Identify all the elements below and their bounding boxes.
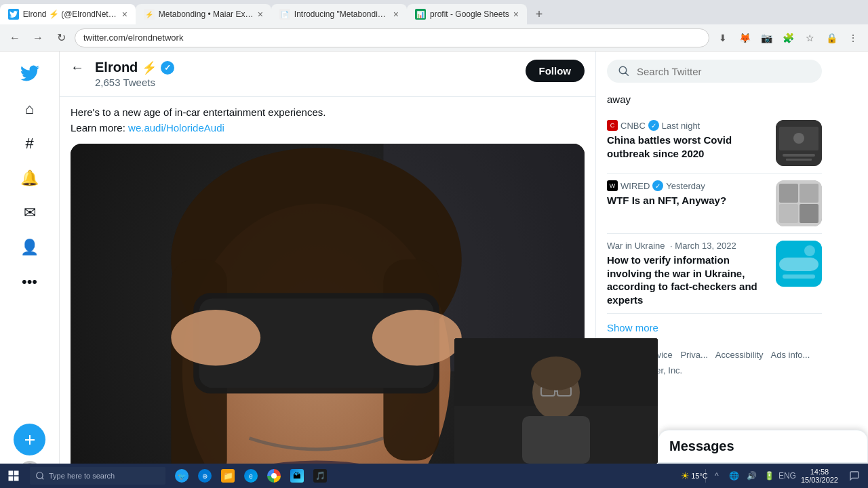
browser-frame: Elrond ⚡ (@ElrondNetwork) / T... × ⚡ Met…	[0, 0, 868, 52]
ads-link[interactable]: Ads info...	[771, 350, 810, 360]
download-icon[interactable]: ⬇	[713, 28, 732, 47]
tab-sheets-close[interactable]: ×	[513, 9, 519, 20]
tab-sheets[interactable]: 📊 profit - Google Sheets ×	[407, 4, 527, 24]
twitter-tab-icon	[8, 9, 19, 20]
sidebar-item-notifications[interactable]: 🔔	[14, 162, 45, 194]
svg-rect-25	[783, 274, 815, 279]
sidebar-item-messages[interactable]: ✉	[14, 197, 45, 228]
svg-rect-36	[9, 471, 14, 476]
taskbar-icon-cortana[interactable]: ⊕	[194, 464, 216, 488]
browser-tabs: Elrond ⚡ (@ElrondNetwork) / T... × ⚡ Met…	[0, 0, 868, 24]
tab-metabonding[interactable]: ⚡ Metabonding • Maiar Exchange ×	[136, 4, 271, 24]
refresh-button[interactable]: ↻	[52, 28, 71, 47]
sheets-tab-icon: 📊	[415, 9, 426, 20]
compose-tweet-button[interactable]	[14, 424, 45, 455]
privacy-link[interactable]: Priva...	[680, 350, 707, 360]
taskbar-battery-icon: 🔋	[762, 464, 778, 488]
taskbar-clock[interactable]: 14:58 15/03/2022	[797, 464, 842, 488]
camera-icon[interactable]: 📷	[757, 28, 776, 47]
wired-verified: ✓	[652, 180, 663, 191]
news-item-cnbc[interactable]: C CNBC ✓ Last night China battles worst …	[607, 113, 822, 174]
tab-metabonding-close[interactable]: ×	[258, 9, 263, 20]
svg-point-24	[804, 245, 815, 256]
address-bar[interactable]: twitter.com/elrondnetwork	[75, 28, 709, 47]
search-bar[interactable]	[607, 60, 822, 83]
video-content	[454, 338, 658, 464]
sidebar-item-home[interactable]: ⌂	[14, 93, 45, 125]
extensions-icon[interactable]: 🧩	[778, 28, 797, 47]
cnbc-logo: C	[607, 120, 618, 131]
news-source-cnbc: C CNBC ✓ Last night	[607, 120, 768, 131]
tweet-text-main: Here's to a new age of in-car entertainm…	[71, 106, 326, 118]
news-item-wired[interactable]: W WIRED ✓ Yesterday WTF Is an NFT, Anywa…	[607, 174, 822, 234]
taskbar-search-text: Type here to search	[49, 472, 115, 480]
tab-metabonding-label: Metabonding • Maiar Exchange	[159, 9, 254, 19]
tab-twitter-close[interactable]: ×	[122, 9, 127, 20]
tab-twitter-label: Elrond ⚡ (@ElrondNetwork) / T...	[23, 9, 118, 19]
accessibility-link[interactable]: Accessibility	[715, 350, 764, 360]
cnbc-verified: ✓	[648, 120, 659, 131]
music-icon: 🎵	[313, 469, 327, 483]
news-item-ukraine-content: War in Ukraine · March 13, 2022 How to v…	[607, 241, 768, 306]
twitter-sidebar: ⌂ # 🔔 ✉ 👤 •••	[0, 52, 60, 488]
tweet-text: Here's to a new age of in-car entertainm…	[71, 105, 585, 136]
taskbar-icon-edge[interactable]: e	[240, 464, 262, 488]
chrome-icon	[267, 469, 281, 483]
taskbar-twitter-logo: 🐦	[175, 469, 189, 483]
lock-icon[interactable]: 🔒	[822, 28, 841, 47]
taskbar-keyboard-icon[interactable]: ENG	[779, 464, 795, 488]
bookmark-icon[interactable]: ☆	[800, 28, 819, 47]
search-input[interactable]	[637, 66, 811, 77]
news-source-wired: W WIRED ✓ Yesterday	[607, 180, 768, 191]
menu-icon[interactable]: ⋮	[844, 28, 863, 47]
taskbar-icon-twitter[interactable]: 🐦	[171, 464, 193, 488]
tweet-header: ← Elrond ⚡ ✓ 2,653 Tweets Follow	[60, 52, 595, 97]
tab-twitter[interactable]: Elrond ⚡ (@ElrondNetwork) / T... ×	[0, 4, 136, 24]
tweet-link[interactable]: we.audi/HolorideAudi	[128, 122, 224, 134]
svg-rect-38	[9, 476, 14, 481]
extension-icon[interactable]: 🦊	[735, 28, 754, 47]
taskbar-icon-photos[interactable]: 🏔	[286, 464, 308, 488]
lightning-icon: ⚡	[142, 60, 157, 75]
taskbar-search-icon	[35, 471, 45, 481]
photos-icon: 🏔	[290, 469, 304, 483]
taskbar-icon-music[interactable]: 🎵	[309, 464, 331, 488]
taskbar-system-tray: ☀ 15°C ^ 🌐 🔊 🔋 ENG 14:58 15/03/2022	[686, 464, 868, 488]
news-item-cnbc-content: C CNBC ✓ Last night China battles worst …	[607, 120, 768, 160]
sidebar-item-more[interactable]: •••	[14, 266, 45, 298]
new-tab-button[interactable]: +	[530, 5, 549, 24]
taskbar-search[interactable]: Type here to search	[30, 467, 165, 485]
svg-point-14	[793, 133, 804, 144]
svg-point-9	[372, 310, 462, 365]
sidebar-item-profile[interactable]: 👤	[14, 231, 45, 263]
taskbar-time: 14:58	[810, 468, 829, 476]
show-more-button[interactable]: Show more	[607, 314, 822, 342]
cortana-icon: ⊕	[198, 469, 212, 483]
taskbar-icon-chrome[interactable]	[263, 464, 285, 488]
ukraine-thumbnail	[776, 241, 822, 287]
back-button[interactable]: ←	[5, 28, 24, 47]
wired-headline: WTF Is an NFT, Anyway?	[607, 194, 768, 207]
tab-introducing[interactable]: 📄 Introducing "Metabonding" - Co... ×	[271, 4, 407, 24]
taskbar-weather: ☀ 15°C	[686, 464, 703, 488]
start-button[interactable]	[0, 464, 27, 488]
name-text: Elrond	[95, 60, 138, 75]
cnbc-label: CNBC	[620, 121, 646, 131]
back-arrow[interactable]: ←	[71, 60, 84, 75]
wired-logo: W	[607, 180, 618, 191]
tab-introducing-close[interactable]: ×	[393, 9, 399, 20]
twitter-logo[interactable]	[14, 57, 45, 89]
taskbar-volume-icon[interactable]: 🔊	[744, 464, 760, 488]
taskbar-notification[interactable]	[844, 464, 865, 488]
tweet-text-learn: Learn more:	[71, 122, 125, 134]
forward-button[interactable]: →	[28, 28, 47, 47]
taskbar-chevron[interactable]: ^	[709, 464, 725, 488]
news-item-ukraine[interactable]: War in Ukraine · March 13, 2022 How to v…	[607, 234, 822, 314]
svg-rect-19	[800, 184, 818, 203]
taskbar-icon-explorer[interactable]: 📁	[217, 464, 239, 488]
follow-button[interactable]: Follow	[526, 60, 585, 82]
ukraine-headline: How to verify information involving the …	[607, 253, 768, 306]
taskbar-date: 15/03/2022	[801, 476, 838, 484]
page-content: ⌂ # 🔔 ✉ 👤 ••• ← Elrond ⚡ ✓ 2,653 Tweets …	[0, 52, 868, 488]
sidebar-item-explore[interactable]: #	[14, 127, 45, 159]
